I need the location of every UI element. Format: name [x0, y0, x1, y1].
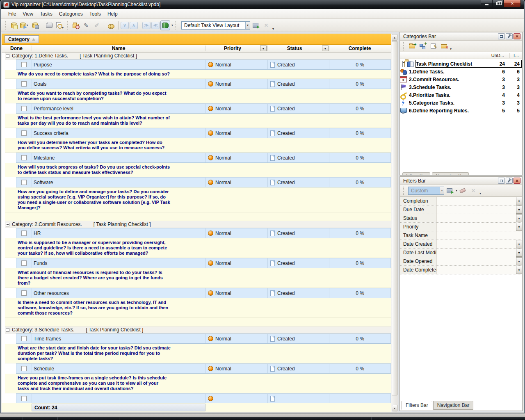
- menu-view[interactable]: View: [19, 10, 37, 18]
- filter-value-field[interactable]: [437, 240, 516, 248]
- category-tree-item[interactable]: 4.Prioritize Tasks. 4 4: [400, 91, 522, 99]
- apply-layout-button[interactable]: [251, 21, 260, 30]
- scroll-up-button[interactable]: ▲: [392, 34, 397, 41]
- tree-column-total[interactable]: T...: [513, 53, 519, 58]
- filter-dropdown-button[interactable]: ▼: [516, 240, 522, 248]
- done-checkbox[interactable]: [21, 290, 27, 296]
- filter-dropdown-button[interactable]: ▼: [516, 257, 522, 265]
- done-checkbox[interactable]: [21, 260, 27, 266]
- column-header-priority[interactable]: Priority: [224, 46, 241, 51]
- filter-value-field[interactable]: [437, 197, 516, 205]
- collapse-group-icon[interactable]: [6, 328, 9, 332]
- delete-category-button[interactable]: [439, 42, 448, 50]
- new-subcategory-button[interactable]: +: [418, 42, 427, 50]
- category-tree-item[interactable]: Task Planning Checklist 24 24: [400, 60, 522, 68]
- filter-dropdown-button[interactable]: ▼: [516, 249, 522, 257]
- move-down-button[interactable]: ∨: [121, 22, 129, 29]
- collapse-group-icon[interactable]: [6, 54, 9, 58]
- open-database-button[interactable]: ▾: [19, 21, 29, 30]
- scrollbar-thumb[interactable]: [392, 41, 397, 395]
- minimize-button[interactable]: [481, 0, 492, 7]
- filters-close-button[interactable]: ✕: [514, 178, 520, 184]
- close-button[interactable]: ✕: [504, 0, 521, 7]
- layout-combobox-arrow-icon[interactable]: ▼: [245, 22, 250, 29]
- done-checkbox[interactable]: [21, 231, 27, 236]
- filter-dropdown-button[interactable]: ▼: [516, 197, 522, 205]
- edit-category-button[interactable]: [429, 42, 438, 50]
- done-checkbox[interactable]: [21, 396, 27, 401]
- filter-dropdown-button[interactable]: ▼: [516, 223, 522, 231]
- menu-tasks[interactable]: Tasks: [37, 10, 56, 18]
- column-header-name[interactable]: Name: [112, 46, 126, 51]
- filter-value-field[interactable]: [437, 205, 516, 214]
- group-by-category-chip[interactable]: Category: [5, 35, 39, 43]
- done-checkbox[interactable]: [21, 366, 27, 371]
- done-checkbox[interactable]: [21, 336, 27, 341]
- categories-close-button[interactable]: ✕: [514, 33, 520, 39]
- layout-combobox[interactable]: Default Task View Layout ▼: [181, 21, 250, 30]
- category-group-row[interactable]: Category: 1.Define Tasks. [ Task Plannin…: [5, 52, 391, 59]
- categories-toolbar-overflow-icon[interactable]: ▾: [450, 47, 452, 51]
- filters-toolbar-overflow-icon[interactable]: ▾: [479, 192, 481, 195]
- task-row[interactable]: Software Normal Created 0 %: [16, 177, 391, 187]
- partial-task-row[interactable]: [16, 393, 391, 403]
- delete-filter-button[interactable]: ✕: [469, 187, 478, 195]
- toolbar-overflow-icon[interactable]: ▾: [272, 27, 274, 31]
- clipped-tab-navigation[interactable]: Navigation Bar: [432, 172, 469, 175]
- clear-filter-button[interactable]: [458, 187, 467, 195]
- menu-tools[interactable]: Tools: [86, 10, 104, 18]
- clipped-tab-filters[interactable]: Filters Bar: [402, 172, 430, 175]
- column-header-done[interactable]: Done: [10, 46, 23, 51]
- column-header-status[interactable]: Status: [287, 46, 302, 51]
- category-tree-item[interactable]: 1.Define Tasks. 6 6: [400, 68, 522, 75]
- filter-value-field[interactable]: [437, 223, 516, 231]
- task-row[interactable]: Performance level Normal Created 0 %: [16, 103, 391, 114]
- filters-pin-button[interactable]: [506, 178, 513, 184]
- task-view-button[interactable]: [160, 21, 170, 30]
- windows-taskbar[interactable]: [0, 417, 525, 420]
- delete-task-button[interactable]: ✐: [92, 21, 102, 30]
- category-tree-item[interactable]: 3.Schedule Tasks. 3 3: [400, 83, 522, 91]
- scroll-down-button[interactable]: ▼: [392, 405, 397, 411]
- filter-dropdown-button[interactable]: ▼: [516, 205, 522, 214]
- move-to-top-button[interactable]: ≪: [151, 22, 160, 29]
- menu-categories[interactable]: Categories: [56, 10, 86, 18]
- task-row[interactable]: Milestone Normal Created 0 %: [16, 153, 391, 163]
- category-group-row[interactable]: Category: 2.Commit Resources. [ Task Pla…: [5, 221, 391, 228]
- collapse-group-icon[interactable]: [6, 223, 9, 226]
- menu-file[interactable]: File: [5, 10, 19, 18]
- priority-filter-button[interactable]: ▼: [260, 46, 267, 51]
- collapse-tree-icon[interactable]: [402, 61, 403, 67]
- task-row[interactable]: Goals Normal Created 0 %: [16, 79, 391, 89]
- new-category-button[interactable]: [407, 42, 416, 50]
- category-tree-item[interactable]: 5.Categorize Tasks. 3 3: [400, 99, 522, 107]
- move-up-button[interactable]: ∧: [130, 22, 138, 29]
- save-database-button[interactable]: [30, 21, 40, 30]
- status-filter-button[interactable]: ▼: [322, 46, 329, 51]
- done-checkbox[interactable]: [21, 81, 27, 87]
- edit-task-button[interactable]: ✎: [81, 21, 91, 30]
- tab-navigation-bar[interactable]: Navigation Bar: [433, 401, 474, 410]
- category-group-row[interactable]: Category: 3.Schedule Tasks. [ Task Plann…: [5, 326, 391, 333]
- apply-filter-button[interactable]: [445, 187, 454, 195]
- filter-preset-arrow-icon[interactable]: ▼: [440, 187, 444, 194]
- move-to-bottom-button[interactable]: ≫: [142, 22, 151, 29]
- filter-preset-combobox[interactable]: Custom ▼: [408, 187, 444, 195]
- categories-pin-button[interactable]: [506, 33, 513, 39]
- filter-value-field[interactable]: [437, 257, 516, 265]
- menu-help[interactable]: Help: [104, 10, 121, 18]
- done-checkbox[interactable]: [21, 155, 27, 160]
- print-button[interactable]: [44, 21, 54, 30]
- column-header-complete[interactable]: Complete: [349, 46, 371, 51]
- delete-layout-button[interactable]: ✕: [261, 21, 271, 30]
- category-tree-item[interactable]: 6.Define Reporting Rules. 5 5: [400, 107, 522, 114]
- filter-dropdown-button[interactable]: ▼: [516, 214, 522, 222]
- task-row[interactable]: Time-frames Normal Created 0 %: [16, 333, 391, 344]
- task-row[interactable]: Success criteria Normal Created 0 %: [16, 128, 391, 138]
- filters-restore-button[interactable]: [498, 178, 505, 184]
- filter-value-field[interactable]: [437, 231, 522, 240]
- done-checkbox[interactable]: [21, 180, 27, 185]
- category-tree-item[interactable]: 2.Commit Resources. 3 3: [400, 75, 522, 83]
- filter-value-field[interactable]: [437, 266, 516, 274]
- done-checkbox[interactable]: [21, 106, 27, 111]
